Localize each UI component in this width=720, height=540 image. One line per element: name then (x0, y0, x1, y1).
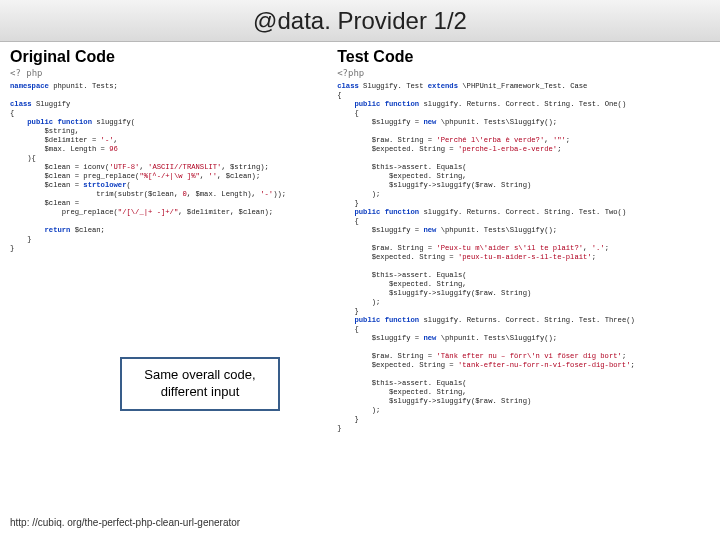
left-code: namespace phpunit. Tests; class Sluggify… (10, 82, 321, 253)
callout-box: Same overall code, different input (120, 357, 280, 411)
slide-title: @data. Provider 1/2 (253, 7, 467, 34)
callout-text: Same overall code, different input (144, 367, 255, 399)
slide-title-bar: @data. Provider 1/2 (0, 0, 720, 42)
right-heading: Test Code (337, 48, 714, 66)
left-heading: Original Code (10, 48, 321, 66)
right-code: class Sluggify. Test extends \PHPUnit_Fr… (337, 82, 714, 433)
right-column: Test Code <?php class Sluggify. Test ext… (331, 42, 720, 540)
left-column: Original Code <? php namespace phpunit. … (0, 42, 331, 540)
citation: http: //cubiq. org/the-perfect-php-clean… (10, 517, 240, 528)
left-php-open: <? php (10, 68, 321, 78)
columns: Original Code <? php namespace phpunit. … (0, 42, 720, 540)
right-php-open: <?php (337, 68, 714, 78)
